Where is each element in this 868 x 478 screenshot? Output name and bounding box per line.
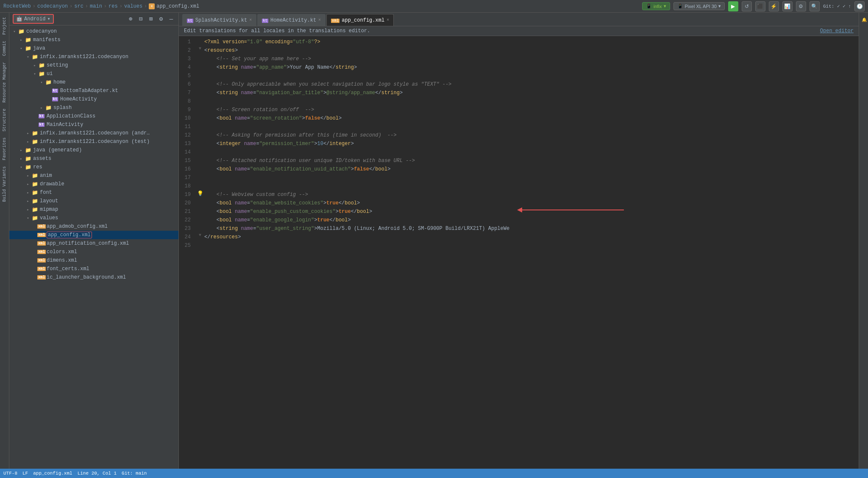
tree-item-font[interactable]: ▸📁font [9, 188, 178, 197]
infix-dropdown[interactable]: 📱 infix ▾ [642, 2, 670, 10]
collapse-icon[interactable]: ▼ [199, 233, 201, 238]
breadcrumb-src[interactable]: src [74, 3, 83, 9]
stop-button[interactable]: ⬛ [755, 1, 765, 11]
notifications-tab[interactable]: 🔔 [860, 14, 867, 25]
collapse-all-icon[interactable]: ⊟ [137, 15, 145, 23]
breadcrumb-res[interactable]: res [108, 3, 118, 9]
line-content-16[interactable]: <bool name="enable_notification_uuid_att… [204, 165, 859, 173]
tree-item-ic_launcher_background[interactable]: xmlic_launcher_background.xml [9, 273, 178, 282]
tab-splash[interactable]: ktSplashActivity.kt× [182, 14, 256, 26]
tree-item-values[interactable]: ▾📁values [9, 214, 178, 222]
line-content-12[interactable]: <!-- Asking for permission after this (t… [204, 131, 859, 140]
android-view-dropdown[interactable]: 🤖 Android ▾ [13, 14, 54, 24]
line-content-23[interactable]: <string name="user_agent_string">Mozilla… [204, 224, 859, 233]
tree-item-anim[interactable]: ▸📁anim [9, 171, 178, 180]
tree-item-infix-codecanyon2[interactable]: ▸📁infix.imrankst1221.codecanyon (andr… [9, 129, 178, 137]
line-content-14[interactable] [204, 148, 859, 157]
breadcrumb-rocketweb[interactable]: RocketWeb [3, 3, 31, 9]
breadcrumb-filename[interactable]: app_config.xml [156, 3, 199, 9]
tab-appconfig[interactable]: xmlapp_config.xml× [326, 14, 394, 26]
settings-button[interactable]: ⚙ [796, 1, 806, 11]
bulb-icon[interactable]: 💡 [197, 190, 203, 197]
line-content-11[interactable] [204, 123, 859, 131]
line-content-2[interactable]: <resources> [204, 46, 859, 55]
tree-item-colors[interactable]: xmlcolors.xml [9, 248, 178, 256]
line-content-3[interactable]: <!-- Set your app name here --> [204, 55, 859, 63]
tree-item-drawable[interactable]: ▸📁drawable [9, 180, 178, 188]
line-content-22[interactable]: <bool name="enable_google_login">true</b… [204, 216, 859, 224]
line-number-4: 4 [179, 63, 196, 72]
tree-item-HomeActivity[interactable]: ktHomeActivity [9, 95, 178, 103]
sync-button[interactable]: ⚡ [769, 1, 779, 11]
settings-gear-icon[interactable]: ⚙ [157, 15, 165, 23]
tree-item-assets[interactable]: ▸📁assets [9, 154, 178, 163]
tree-item-app_notification_config[interactable]: xmlapp_notification_config.xml [9, 239, 178, 248]
scope-icon[interactable]: ⊕ [127, 15, 134, 23]
favorites-tab[interactable]: Favorites [1, 135, 8, 163]
expand-all-icon[interactable]: ⊞ [147, 15, 155, 23]
line-content-1[interactable]: <?xml version="1.0" encoding="utf-8"?> [204, 38, 859, 46]
line-content-25[interactable] [204, 241, 859, 250]
rebuild-button[interactable]: ↺ [742, 1, 752, 11]
tree-arrow-assets: ▸ [18, 155, 25, 162]
tree-item-java-generated[interactable]: ▸📁java (generated) [9, 146, 178, 154]
profile-button[interactable]: 📊 [782, 1, 793, 11]
hide-panel-icon[interactable]: — [167, 15, 175, 23]
tree-item-app_admob_config[interactable]: xmlapp_admob_config.xml [9, 222, 178, 231]
tree-item-java[interactable]: ▾📁java [9, 44, 178, 53]
tree-item-codecanyon[interactable]: ▾📁codecanyon [9, 27, 178, 36]
tree-item-mipmap[interactable]: ▸📁mipmap [9, 205, 178, 214]
line-content-20[interactable]: <bool name="enable_website_cookies">true… [204, 199, 859, 207]
tab-home[interactable]: ktHomeActivity.kt× [257, 14, 326, 26]
run-button[interactable]: ▶ [728, 1, 738, 11]
line-content-13[interactable]: <integer name="permission_timer">10</int… [204, 140, 859, 148]
line-content-24[interactable]: </resources> [204, 233, 859, 241]
tree-item-dimens[interactable]: xmldimens.xml [9, 256, 178, 265]
tree-item-manifests[interactable]: ▸📁manifests [9, 36, 178, 44]
commit-tab[interactable]: Commit [1, 38, 8, 59]
line-content-6[interactable]: <!-- Only appreciable when you select na… [204, 80, 859, 89]
line-content-5[interactable] [204, 72, 859, 80]
search-button[interactable]: 🔍 [810, 1, 820, 11]
tree-item-splash[interactable]: ▸📁splash [9, 103, 178, 112]
structure-tab[interactable]: Structure [1, 106, 8, 134]
tree-item-ui[interactable]: ▾📁ui [9, 70, 178, 78]
collapse-icon[interactable]: ▼ [199, 46, 201, 51]
line-content-18[interactable] [204, 182, 859, 190]
tree-item-home[interactable]: ▾📁home [9, 78, 178, 87]
tree-item-res[interactable]: ▾📁res [9, 163, 178, 171]
line-content-10[interactable]: <bool name="screen_rotation">false</bool… [204, 114, 859, 123]
line-content-4[interactable]: <string name="app_name">Your App Name</s… [204, 63, 859, 72]
tree-item-font_certs[interactable]: xmlfont_certs.xml [9, 265, 178, 273]
tree-item-MainActivity[interactable]: ktMainActivity [9, 120, 178, 129]
breadcrumb-main[interactable]: main [90, 3, 102, 9]
tree-item-layout[interactable]: ▸📁layout [9, 197, 178, 205]
tab-close-home[interactable]: × [318, 18, 321, 22]
line-content-21[interactable]: <bool name="enable_push_custom_cookies">… [204, 207, 859, 216]
breadcrumb-values[interactable]: values [124, 3, 142, 9]
tab-close-appconfig[interactable]: × [387, 18, 389, 22]
code-line-1: 1<?xml version="1.0" encoding="utf-8"?> [179, 38, 859, 46]
device-dropdown[interactable]: 📱 Pixel XL API 30 ▾ [673, 2, 725, 10]
tab-close-splash[interactable]: × [249, 18, 252, 22]
build-variants-tab[interactable]: Build Variants [1, 164, 8, 204]
line-content-7[interactable]: <string name="navigation_bar_title">@str… [204, 89, 859, 97]
tree-item-BottomTabAdapter[interactable]: ktBottomTabAdapter.kt [9, 87, 178, 95]
line-content-19[interactable]: <!-- Webview custom config --> [204, 190, 859, 199]
line-content-15[interactable]: <!-- Attached notification user unique I… [204, 157, 859, 165]
open-editor-link[interactable]: Open editor [820, 28, 854, 34]
breadcrumb-codecanyon[interactable]: codecanyon [37, 3, 68, 9]
tree-item-app_config[interactable]: xmlapp_config.xml [9, 231, 178, 239]
tree-item-ApplicationClass[interactable]: ktApplicationClass [9, 112, 178, 120]
resource-manager-tab[interactable]: Resource Manager [1, 59, 8, 105]
clock-button[interactable]: 🕐 [854, 1, 865, 11]
project-tab[interactable]: Project [1, 14, 8, 37]
tree-item-infix-codecanyon3[interactable]: ▸📁infix.imrankst1221.codecanyon (test) [9, 137, 178, 146]
xml-file-icon: xml [37, 258, 46, 263]
line-content-17[interactable] [204, 173, 859, 182]
tree-item-infix-codecanyon[interactable]: ▾📁infix.imrankst1221.codecanyon [9, 53, 178, 61]
line-content-8[interactable] [204, 97, 859, 106]
line-content-9[interactable]: <!-- Screen rotation on/off --> [204, 106, 859, 114]
tree-item-setting[interactable]: ▸📁setting [9, 61, 178, 70]
code-editor[interactable]: 1<?xml version="1.0" encoding="utf-8"?>2… [179, 36, 859, 469]
